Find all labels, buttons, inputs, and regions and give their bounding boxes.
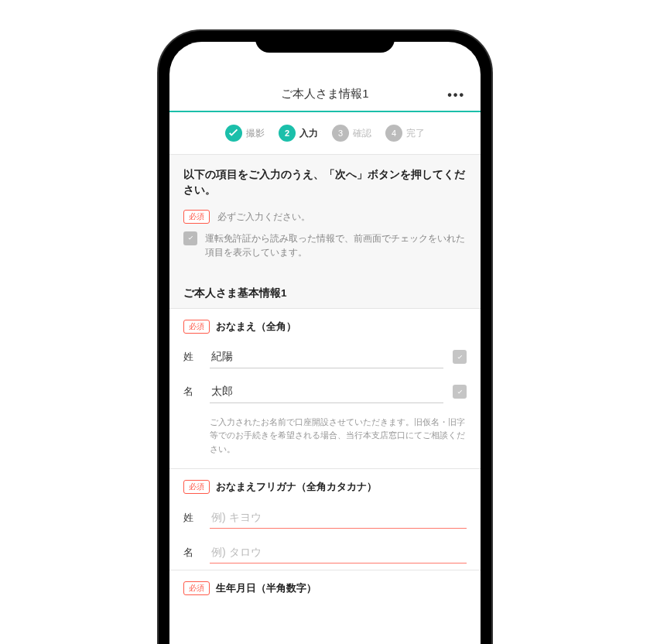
sei-input[interactable] <box>210 346 443 368</box>
field-furigana: 必須 おなまえフリガナ（全角カタカナ） 姓 名 <box>169 468 481 570</box>
field-birthdate-header: 必須 生年月日（半角数字） <box>169 570 481 601</box>
app-content: ご本人さま情報1 ••• 撮影 2 入力 3 <box>169 42 481 644</box>
header: ご本人さま情報1 ••• <box>169 76 481 112</box>
step-3: 3 確認 <box>332 125 371 142</box>
step-2: 2 入力 <box>279 125 318 142</box>
furigana-sei-label: 姓 <box>183 511 200 525</box>
step-4-label: 完了 <box>406 127 425 140</box>
sei-check-icon <box>453 350 467 364</box>
field-name-title: おなまえ（全角） <box>216 320 296 334</box>
legend-required: 必須 必ずご入力ください。 <box>183 210 467 224</box>
check-icon <box>225 125 242 142</box>
required-badge: 必須 <box>183 320 210 334</box>
required-badge: 必須 <box>183 480 210 494</box>
page-title: ご本人さま情報1 <box>169 87 481 101</box>
input-row-sei: 姓 <box>169 340 481 375</box>
furigana-mei-input[interactable] <box>210 541 467 564</box>
input-row-mei: 名 <box>169 375 481 409</box>
field-furigana-header: 必須 おなまえフリガナ（全角カタカナ） <box>169 469 481 500</box>
sei-label: 姓 <box>183 350 200 364</box>
field-furigana-title: おなまえフリガナ（全角カタカナ） <box>216 480 377 494</box>
furigana-mei-label: 名 <box>183 546 200 560</box>
legend-required-text: 必ずご入力ください。 <box>217 210 310 224</box>
step-3-circle: 3 <box>332 125 349 142</box>
legend-checked: 運転免許証から読み取った情報で、前画面でチェックをいれた項目を表示しています。 <box>183 231 467 260</box>
required-badge: 必須 <box>183 581 210 595</box>
more-button[interactable]: ••• <box>447 88 465 102</box>
stepper: 撮影 2 入力 3 確認 4 完了 <box>169 112 481 155</box>
step-1-circle <box>225 125 242 142</box>
furigana-sei-input[interactable] <box>210 506 467 529</box>
step-1: 撮影 <box>225 125 265 142</box>
step-1-label: 撮影 <box>246 127 265 140</box>
mei-input[interactable] <box>210 381 443 403</box>
field-name: 必須 おなまえ（全角） 姓 名 ご入力されたお名前 <box>169 308 481 469</box>
input-row-furigana-sei: 姓 <box>169 500 481 535</box>
checked-icon <box>183 231 197 245</box>
phone-frame: ご本人さま情報1 ••• 撮影 2 入力 3 <box>159 31 491 644</box>
phone-screen: ご本人さま情報1 ••• 撮影 2 入力 3 <box>169 42 481 644</box>
mei-check-icon <box>453 385 467 399</box>
name-helper: ご入力されたお名前で口座開設させていただきます。旧仮名・旧字等でのお手続きを希望… <box>169 409 481 469</box>
step-2-circle: 2 <box>279 125 296 142</box>
legend-checked-text: 運転免許証から読み取った情報で、前画面でチェックをいれた項目を表示しています。 <box>205 231 467 260</box>
step-3-label: 確認 <box>353 127 371 140</box>
instruction-block: 以下の項目をご入力のうえ、「次へ」ボタンを押してください。 必須 必ずご入力くだ… <box>169 155 481 276</box>
instruction-title: 以下の項目をご入力のうえ、「次へ」ボタンを押してください。 <box>183 167 467 199</box>
step-4-circle: 4 <box>385 125 402 142</box>
mei-label: 名 <box>183 385 200 399</box>
phone-notch <box>255 31 395 53</box>
field-birthdate-title: 生年月日（半角数字） <box>216 581 316 595</box>
step-4: 4 完了 <box>385 125 425 142</box>
input-row-furigana-mei: 名 <box>169 535 481 570</box>
step-2-label: 入力 <box>299 127 318 140</box>
field-birthdate: 必須 生年月日（半角数字） <box>169 570 481 601</box>
required-badge: 必須 <box>183 210 210 224</box>
section-title: ご本人さま基本情報1 <box>169 276 481 308</box>
field-name-header: 必須 おなまえ（全角） <box>169 309 481 340</box>
